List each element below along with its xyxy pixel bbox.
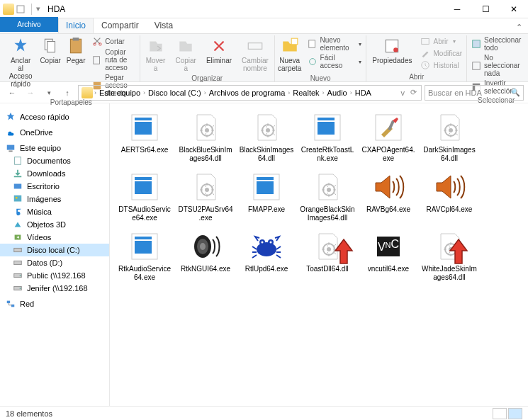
file-item[interactable]: RtkAudioService64.exe [116,227,174,285]
crumb[interactable]: Archivos de programa [206,89,288,97]
forward-button[interactable]: → [23,85,38,101]
sidebar-this-pc[interactable]: Este equipo [0,142,109,154]
tab-share[interactable]: Compartir [94,18,147,33]
file-item[interactable]: OrangeBlackSkinImages64.dll [298,167,356,225]
ribbon-collapse-button[interactable]: ⌃ [510,21,528,33]
refresh-button[interactable]: ⟳ [408,88,420,97]
qat-down-icon[interactable]: ▾ [36,4,40,13]
search-input[interactable]: Buscar en HDA 🔍 [425,85,524,101]
file-icon [189,229,223,263]
svg-rect-0 [17,6,24,13]
copy-button[interactable]: Copiar [40,35,61,66]
paste-button[interactable]: Pegar [65,35,86,66]
svg-rect-23 [15,157,21,165]
file-item[interactable]: BlackBlueSkinImages64.dll [176,108,235,166]
history-button[interactable]: Historial [419,59,464,71]
file-item[interactable]: RtkNGUI64.exe [176,227,235,285]
sidebar-onedrive[interactable]: OneDrive [0,126,109,139]
sidebar-network[interactable]: Red [0,297,109,310]
crumb[interactable]: HDA [352,89,374,97]
cut-button[interactable]: Cortar [91,35,137,47]
sidebar-item[interactable]: Vídeos [0,231,109,244]
sidebar-quick-access[interactable]: Acceso rápido [0,110,109,123]
rename-button[interactable]: Cambiar nombre [239,35,271,74]
file-item[interactable]: AERTSr64.exe [116,108,174,166]
maximize-button[interactable]: ☐ [471,0,500,18]
crumb[interactable]: Este equipo [96,89,143,97]
view-details-button[interactable] [493,408,507,419]
tab-home[interactable]: Inicio [58,18,94,33]
file-item[interactable]: FMAPP.exe [237,167,296,225]
window-title: HDA [47,4,65,14]
recent-button[interactable]: ▾ [41,85,57,101]
sidebar-item[interactable]: Jenifer (\\192.168 [0,282,109,295]
file-name: RtkAudioService64.exe [117,265,172,282]
tab-file[interactable]: Archivo [0,17,58,32]
move-to-button[interactable]: Mover a [143,35,169,74]
ribbon-tabs: Archivo Inicio Compartir Vista ⌃ [0,18,528,34]
pin-quick-access-button[interactable]: Anclar al Acceso rápido [6,35,35,89]
svg-point-32 [20,275,21,276]
file-item[interactable]: DTSU2PAuSrv64.exe [176,167,235,225]
back-button[interactable]: ← [4,85,20,101]
svg-rect-22 [9,151,12,152]
sidebar-item[interactable]: Public (\\192.168 [0,269,109,282]
file-item[interactable]: RAVCpl64.exe [420,167,478,225]
file-view[interactable]: AERTSr64.exeBlackBlueSkinImages64.dllBla… [110,103,528,406]
file-item[interactable]: CreateRtkToastLnk.exe [298,108,356,166]
sidebar-item[interactable]: Downloads [0,167,109,180]
crumb[interactable]: Audio [325,89,350,97]
sidebar-item[interactable]: Escritorio [0,180,109,193]
minimize-button[interactable]: ─ [443,0,471,18]
copy-to-button[interactable]: Copiar a [172,35,198,74]
address-dropdown-icon[interactable]: v [398,89,408,97]
svg-point-60 [327,188,331,192]
tab-view[interactable]: Vista [147,18,181,33]
properties-button[interactable]: Propiedades [369,35,415,66]
sidebar-item[interactable]: Datos (D:) [0,256,109,269]
sidebar-item[interactable]: Disco local (C:) [0,244,109,256]
qat-new-icon[interactable] [16,4,27,15]
open-button[interactable]: Abrir▾ [419,35,464,47]
crumb[interactable]: Realtek [290,89,322,97]
delete-button[interactable]: Eliminar [203,35,235,66]
file-name: CXAPOAgent64.exe [361,146,416,163]
file-item[interactable]: CXAPOAgent64.exe [359,108,417,166]
file-item[interactable]: RtlUpd64.exe [237,227,296,285]
status-bar: 18 elementos [0,406,528,420]
file-item[interactable]: DTSAudioService64.exe [116,167,174,225]
select-none-button[interactable]: No seleccionar nada [470,53,522,78]
file-name: vncutil64.exe [368,265,409,273]
up-button[interactable]: ↑ [60,85,75,101]
svg-rect-63 [135,241,152,254]
svg-rect-29 [14,248,22,251]
file-item[interactable]: RAVBg64.exe [359,167,417,225]
crumb[interactable]: Disco local (C:) [145,89,204,97]
modify-button[interactable]: Modificar [419,47,464,59]
sidebar-item[interactable]: Documentos [0,154,109,167]
sidebar-item[interactable]: Objetos 3D [0,218,109,231]
file-item[interactable]: BlackSkinImages64.dll [237,108,296,166]
sidebar-item[interactable]: Música [0,205,109,218]
svg-point-41 [205,128,209,132]
sidebar-item[interactable]: Imágenes [0,193,109,205]
file-name: FMAPP.exe [248,205,285,214]
view-icons-button[interactable] [508,408,522,419]
address-bar[interactable]: › Este equipo› Disco local (C:)› Archivo… [78,85,422,101]
close-button[interactable]: ✕ [500,0,528,18]
svg-rect-58 [257,181,274,194]
svg-rect-53 [135,181,152,194]
copy-path-button[interactable]: Copiar ruta de acceso [91,47,137,72]
easy-access-button[interactable]: Fácil acceso▾ [306,53,364,70]
file-name: DTSU2PAuSrv64.exe [178,205,233,222]
file-item[interactable]: DarkSkinImages64.dll [420,108,478,166]
search-icon: 🔍 [510,88,520,97]
svg-rect-57 [257,177,274,180]
new-item-button[interactable]: Nuevo elemento▾ [306,35,364,52]
sidebar: Acceso rápido OneDrive Este equipo Docum… [0,103,110,406]
svg-rect-62 [135,237,152,239]
new-folder-button[interactable]: Nueva carpeta [278,35,302,74]
select-all-button[interactable]: Seleccionar todo [470,35,522,52]
file-item[interactable]: VNCvncutil64.exe [359,227,417,285]
svg-rect-25 [14,184,22,189]
